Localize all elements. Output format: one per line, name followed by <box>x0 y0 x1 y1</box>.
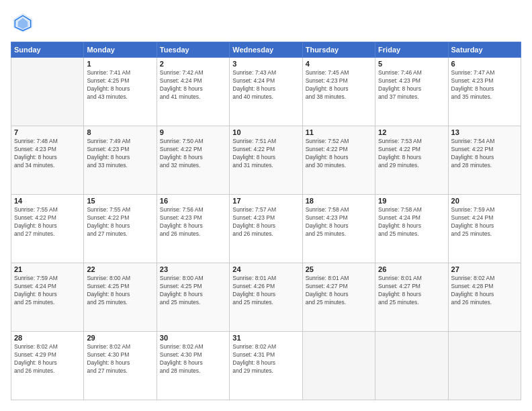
day-info: Sunrise: 8:02 AMSunset: 4:31 PMDaylight:… <box>232 343 299 375</box>
day-number: 7 <box>14 128 81 136</box>
sunrise-text: Sunrise: 7:53 AM <box>378 138 445 146</box>
calendar-cell: 29Sunrise: 8:02 AMSunset: 4:30 PMDayligh… <box>84 332 157 400</box>
calendar-header-sunday: Sunday <box>11 42 84 58</box>
sunrise-text: Sunrise: 7:57 AM <box>232 206 299 214</box>
sunset-text: Sunset: 4:22 PM <box>87 214 153 222</box>
sunset-text: Sunset: 4:23 PM <box>160 214 226 222</box>
daylight-text-2: and 27 minutes. <box>87 367 153 375</box>
day-info: Sunrise: 7:51 AMSunset: 4:22 PMDaylight:… <box>232 138 299 170</box>
day-info: Sunrise: 7:42 AMSunset: 4:24 PMDaylight:… <box>160 69 226 101</box>
daylight-text-2: and 25 minutes. <box>14 299 81 307</box>
sunrise-text: Sunrise: 7:47 AM <box>451 69 518 77</box>
sunset-text: Sunset: 4:29 PM <box>14 351 81 359</box>
calendar-header-monday: Monday <box>84 42 157 58</box>
calendar-cell: 26Sunrise: 8:01 AMSunset: 4:27 PMDayligh… <box>375 263 448 332</box>
daylight-text-1: Daylight: 8 hours <box>451 291 518 299</box>
daylight-text-1: Daylight: 8 hours <box>87 359 153 367</box>
daylight-text-1: Daylight: 8 hours <box>451 154 518 162</box>
day-number: 8 <box>87 128 153 136</box>
day-info: Sunrise: 7:57 AMSunset: 4:23 PMDaylight:… <box>232 206 299 238</box>
sunrise-text: Sunrise: 7:48 AM <box>14 138 81 146</box>
daylight-text-1: Daylight: 8 hours <box>306 154 372 162</box>
sunset-text: Sunset: 4:23 PM <box>306 77 372 85</box>
day-info: Sunrise: 8:02 AMSunset: 4:28 PMDaylight:… <box>451 275 518 307</box>
day-info: Sunrise: 7:47 AMSunset: 4:23 PMDaylight:… <box>451 69 518 101</box>
daylight-text-1: Daylight: 8 hours <box>160 222 226 230</box>
calendar-week-row: 14Sunrise: 7:55 AMSunset: 4:22 PMDayligh… <box>11 195 521 263</box>
day-number: 22 <box>87 265 153 273</box>
calendar-cell: 20Sunrise: 7:59 AMSunset: 4:24 PMDayligh… <box>448 195 521 263</box>
daylight-text-2: and 27 minutes. <box>14 230 81 238</box>
sunset-text: Sunset: 4:22 PM <box>306 146 372 154</box>
daylight-text-1: Daylight: 8 hours <box>232 222 299 230</box>
day-number: 11 <box>306 128 372 136</box>
daylight-text-1: Daylight: 8 hours <box>14 222 81 230</box>
day-info: Sunrise: 7:55 AMSunset: 4:22 PMDaylight:… <box>14 206 81 238</box>
sunset-text: Sunset: 4:24 PM <box>232 77 299 85</box>
sunrise-text: Sunrise: 7:59 AM <box>14 275 81 283</box>
day-number: 14 <box>14 197 81 205</box>
sunrise-text: Sunrise: 8:01 AM <box>232 275 299 283</box>
day-info: Sunrise: 8:01 AMSunset: 4:27 PMDaylight:… <box>378 275 445 307</box>
sunset-text: Sunset: 4:23 PM <box>232 214 299 222</box>
day-info: Sunrise: 8:02 AMSunset: 4:30 PMDaylight:… <box>160 343 226 375</box>
daylight-text-2: and 35 minutes. <box>451 93 518 101</box>
daylight-text-2: and 25 minutes. <box>378 299 445 307</box>
sunrise-text: Sunrise: 7:43 AM <box>232 69 299 77</box>
calendar-cell <box>302 332 375 400</box>
sunset-text: Sunset: 4:23 PM <box>451 77 518 85</box>
daylight-text-1: Daylight: 8 hours <box>87 85 153 93</box>
sunset-text: Sunset: 4:31 PM <box>232 351 299 359</box>
sunset-text: Sunset: 4:24 PM <box>451 214 518 222</box>
day-number: 6 <box>451 60 518 68</box>
calendar-cell: 5Sunrise: 7:46 AMSunset: 4:23 PMDaylight… <box>375 58 448 126</box>
calendar-cell: 15Sunrise: 7:55 AMSunset: 4:22 PMDayligh… <box>84 195 157 263</box>
calendar-cell: 17Sunrise: 7:57 AMSunset: 4:23 PMDayligh… <box>230 195 302 263</box>
sunset-text: Sunset: 4:27 PM <box>378 283 445 291</box>
sunset-text: Sunset: 4:28 PM <box>451 283 518 291</box>
calendar-cell: 25Sunrise: 8:01 AMSunset: 4:27 PMDayligh… <box>302 263 375 332</box>
calendar-week-row: 1Sunrise: 7:41 AMSunset: 4:25 PMDaylight… <box>11 58 521 126</box>
calendar-cell: 10Sunrise: 7:51 AMSunset: 4:22 PMDayligh… <box>230 126 302 195</box>
sunset-text: Sunset: 4:22 PM <box>451 146 518 154</box>
day-number: 27 <box>451 265 518 273</box>
day-info: Sunrise: 8:00 AMSunset: 4:25 PMDaylight:… <box>87 275 153 307</box>
daylight-text-1: Daylight: 8 hours <box>378 85 445 93</box>
calendar-table: SundayMondayTuesdayWednesdayThursdayFrid… <box>11 42 521 400</box>
day-info: Sunrise: 7:52 AMSunset: 4:22 PMDaylight:… <box>306 138 372 170</box>
sunrise-text: Sunrise: 7:45 AM <box>306 69 372 77</box>
day-info: Sunrise: 7:53 AMSunset: 4:22 PMDaylight:… <box>378 138 445 170</box>
daylight-text-2: and 25 minutes. <box>160 299 226 307</box>
daylight-text-2: and 25 minutes. <box>87 299 153 307</box>
calendar-cell: 30Sunrise: 8:02 AMSunset: 4:30 PMDayligh… <box>157 332 229 400</box>
daylight-text-2: and 34 minutes. <box>14 162 81 170</box>
day-info: Sunrise: 8:02 AMSunset: 4:29 PMDaylight:… <box>14 343 81 375</box>
sunrise-text: Sunrise: 8:01 AM <box>378 275 445 283</box>
daylight-text-2: and 37 minutes. <box>378 93 445 101</box>
day-info: Sunrise: 8:00 AMSunset: 4:25 PMDaylight:… <box>160 275 226 307</box>
sunrise-text: Sunrise: 8:00 AM <box>87 275 153 283</box>
calendar-cell: 16Sunrise: 7:56 AMSunset: 4:23 PMDayligh… <box>157 195 229 263</box>
sunrise-text: Sunrise: 7:58 AM <box>378 206 445 214</box>
day-number: 2 <box>160 60 226 68</box>
daylight-text-1: Daylight: 8 hours <box>160 359 226 367</box>
sunset-text: Sunset: 4:30 PM <box>160 351 226 359</box>
daylight-text-1: Daylight: 8 hours <box>87 291 153 299</box>
day-number: 16 <box>160 197 226 205</box>
daylight-text-1: Daylight: 8 hours <box>87 222 153 230</box>
sunrise-text: Sunrise: 7:55 AM <box>87 206 153 214</box>
calendar-week-row: 28Sunrise: 8:02 AMSunset: 4:29 PMDayligh… <box>11 332 521 400</box>
sunrise-text: Sunrise: 7:56 AM <box>160 206 226 214</box>
daylight-text-1: Daylight: 8 hours <box>14 154 81 162</box>
day-number: 1 <box>87 60 153 68</box>
calendar-header-thursday: Thursday <box>302 42 375 58</box>
logo <box>11 11 39 35</box>
calendar-week-row: 21Sunrise: 7:59 AMSunset: 4:24 PMDayligh… <box>11 263 521 332</box>
day-number: 4 <box>306 60 372 68</box>
daylight-text-1: Daylight: 8 hours <box>232 154 299 162</box>
daylight-text-2: and 28 minutes. <box>451 162 518 170</box>
day-number: 24 <box>232 265 299 273</box>
daylight-text-2: and 25 minutes. <box>306 230 372 238</box>
daylight-text-2: and 29 minutes. <box>378 162 445 170</box>
daylight-text-2: and 41 minutes. <box>160 93 226 101</box>
